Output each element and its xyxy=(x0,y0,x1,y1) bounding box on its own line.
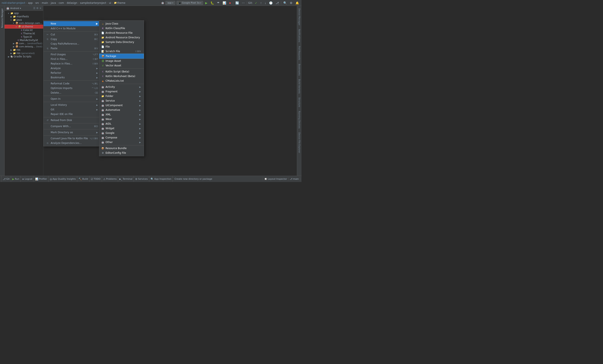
bc-com[interactable]: com xyxy=(59,1,64,4)
ctx-copy[interactable]: ⎘ Copy ⌘C xyxy=(44,37,101,41)
bc-samplestarterproject[interactable]: samplestarterproject xyxy=(80,1,106,4)
status-build[interactable]: 🔨 Build xyxy=(77,176,90,182)
sub-scratch-file[interactable]: 📝 Scratch File ⇧⌘N xyxy=(99,49,144,54)
ctx-replace-in-files[interactable]: Replace in Files... ⇧⌘R xyxy=(44,61,101,66)
git-check[interactable]: ✓ xyxy=(254,1,258,5)
status-services[interactable]: ⚙ Services xyxy=(134,176,149,182)
panel-dropdown-icon[interactable]: ▾ xyxy=(20,7,21,10)
status-run[interactable]: ▶ Run xyxy=(11,176,21,182)
tree-item-com-pkg[interactable]: ▾ 📦 com.delasign.samplestarterproject xyxy=(5,22,43,25)
status-git[interactable]: ⎇ Git xyxy=(1,176,11,182)
status-app-inspection[interactable]: 🔍 App Inspection xyxy=(149,176,173,182)
ctx-analyze[interactable]: Analyze ▶ xyxy=(44,66,101,70)
sidebar-item-pull-requests[interactable]: Pull Requests xyxy=(298,44,301,62)
run-button[interactable]: ▶ xyxy=(204,1,208,5)
sidebar-item-bookmarks[interactable]: Bookmarks xyxy=(298,62,301,77)
bc-delasign[interactable]: delasign xyxy=(67,1,78,4)
profile-button[interactable]: 📊 xyxy=(222,1,227,5)
sub-image-asset[interactable]: 🖼 Image Asset xyxy=(99,59,144,63)
tree-item-type-kt[interactable]: K Type.kt xyxy=(5,35,43,38)
tree-item-manifests[interactable]: ▶ 📁 manifests xyxy=(5,15,43,18)
sub-sample-data-dir[interactable]: 📁 Sample Data Directory xyxy=(99,40,144,44)
status-layout-inspector[interactable]: 🔲 Layout Inspector xyxy=(263,178,289,180)
ctx-refactor[interactable]: Refactor ▶ xyxy=(44,70,101,75)
ctx-reload[interactable]: ↺ Reload from Disk xyxy=(44,118,101,123)
sidebar-item-resource-manager[interactable]: Resource Manager xyxy=(0,7,4,30)
sub-package[interactable]: 📦 Package xyxy=(99,54,144,59)
ctx-paste[interactable]: ⎗ Paste ⌘V xyxy=(44,46,101,51)
ctx-analyze-deps[interactable]: ⊙ Analyze Dependencies... xyxy=(44,141,101,145)
sub-automotive[interactable]: 🤖 Automotive ▶ xyxy=(99,108,144,112)
sub-google[interactable]: 🤖 Google ▶ xyxy=(99,131,144,135)
sub-activity[interactable]: 🤖 Activity ▶ xyxy=(99,85,144,89)
sub-cmake[interactable]: ▲ CMakeLists.txt xyxy=(99,79,144,83)
tree-item-res[interactable]: ▶ 📁 res xyxy=(5,48,43,51)
tree-item-ui-theme[interactable]: ▾ 📦 ui.theme xyxy=(5,25,43,28)
tree-item-android-test[interactable]: ▶ 📦 com.delasign.samplestarterproject (a… xyxy=(5,42,43,45)
sub-kotlin-script[interactable]: K Kotlin Script (Beta) xyxy=(99,69,144,74)
status-problems[interactable]: ⚠ Problems xyxy=(102,176,118,182)
ctx-bookmarks[interactable]: Bookmarks ▶ xyxy=(44,75,101,80)
ctx-local-history[interactable]: Local History ▶ xyxy=(44,103,101,107)
sidebar-item-notifications[interactable]: Notifications xyxy=(298,27,301,44)
device-dropdown[interactable]: 📱 Google Pixel 3a ▾ xyxy=(176,1,203,5)
sub-service[interactable]: 🤖 Service ▶ xyxy=(99,98,144,103)
ctx-find-in-files[interactable]: Find in Files... ⇧⌘F xyxy=(44,57,101,61)
ctx-find-usages[interactable]: Find Usages ⌥F7 xyxy=(44,52,101,57)
sub-editorconfig[interactable]: ⚙ EditorConfig File xyxy=(99,151,144,155)
debug-button[interactable]: 🐛 xyxy=(209,1,215,5)
ctx-copy-path[interactable]: Copy Path/Reference... xyxy=(44,41,101,46)
sub-folder[interactable]: 📁 Folder ▶ xyxy=(99,94,144,98)
sidebar-item-device-manager[interactable]: Device Manager xyxy=(298,7,301,27)
status-app-quality[interactable]: ◎ App Quality Insights xyxy=(48,176,77,182)
stop-button[interactable]: ■ xyxy=(228,1,232,5)
ctx-compare-with[interactable]: Compare With... ⌘D xyxy=(44,124,101,129)
bc-main[interactable]: main xyxy=(42,1,48,4)
sub-java-class[interactable]: ☕ Java Class xyxy=(99,21,144,26)
tree-item-theme-kt[interactable]: K Theme.kt xyxy=(5,32,43,35)
tree-item-test[interactable]: ▶ 📦 com.delasign.samplestarterproject (t… xyxy=(5,45,43,48)
status-main-branch[interactable]: ⎇ main xyxy=(289,178,300,180)
run-config-dropdown[interactable]: app ▾ xyxy=(165,1,175,5)
tree-item-java[interactable]: ▾ 📁 java xyxy=(5,18,43,22)
sub-compose[interactable]: 🤖 Compose ▶ xyxy=(99,135,144,140)
git-history[interactable]: 🕐 xyxy=(268,1,273,5)
bc-project[interactable]: roid-starter-project xyxy=(2,1,25,4)
bc-src[interactable]: src xyxy=(35,1,39,4)
sub-uicomponent[interactable]: 🤖 UiComponent ▶ xyxy=(99,103,144,108)
sub-android-resource-file[interactable]: 📄 Android Resource File xyxy=(99,31,144,35)
tree-item-res-generated[interactable]: ▶ 📁 res (generated) xyxy=(5,51,43,55)
tree-item-color-kt[interactable]: K Color.kt xyxy=(5,28,43,32)
sub-other[interactable]: 🤖 Other ▶ xyxy=(99,140,144,144)
sub-kotlin-class[interactable]: K Kotlin Class/File xyxy=(99,26,144,31)
notifications-button[interactable]: 🔔 xyxy=(295,1,300,5)
status-todo[interactable]: ☑ TODO xyxy=(90,176,102,182)
coverage-button[interactable]: ☂ xyxy=(216,1,220,5)
ctx-git[interactable]: Git ▶ xyxy=(44,107,101,112)
ctx-convert-java[interactable]: Convert Java File to Kotlin File ⌥⇧⌘K xyxy=(44,136,101,141)
git-branch[interactable]: ⎇ xyxy=(275,1,280,5)
tree-item-mainactivity[interactable]: K MainActivity.kt xyxy=(5,38,43,42)
sidebar-item-running-devices[interactable]: Running Devices xyxy=(298,109,301,130)
git-down[interactable]: ↓ xyxy=(264,1,267,5)
sub-kotlin-worksheet[interactable]: K Kotlin Worksheet (Beta) xyxy=(99,74,144,79)
ctx-mark-directory[interactable]: Mark Directory as ▶ xyxy=(44,130,101,135)
ctx-cut[interactable]: ✂ Cut ⌘X xyxy=(44,32,101,37)
sub-file[interactable]: 📄 File xyxy=(99,44,144,49)
search-button[interactable]: 🔍 xyxy=(282,1,288,5)
ctx-reformat[interactable]: Reformat Code ⌥⌘L xyxy=(44,81,101,86)
sub-fragment[interactable]: 🤖 Fragment ▶ xyxy=(99,89,144,94)
sub-vector-asset[interactable]: V Vector Asset xyxy=(99,63,144,68)
tree-item-gradle-scripts[interactable]: ▶ 🐘 Gradle Scripts xyxy=(5,55,43,58)
status-terminal[interactable]: ▶_ Terminal xyxy=(118,176,134,182)
sub-xml[interactable]: 🤖 XML ▶ xyxy=(99,112,144,117)
bc-ui[interactable]: ui xyxy=(109,1,111,4)
sub-android-resource-dir[interactable]: 📁 Android Resource Directory xyxy=(99,35,144,40)
sub-wear[interactable]: 🤖 Wear ▶ xyxy=(99,117,144,121)
panel-icon-settings[interactable]: ☰ xyxy=(33,7,35,10)
sub-resource-bundle[interactable]: 📦 Resource Bundle xyxy=(99,146,144,151)
status-profiler[interactable]: 📊 Profiler xyxy=(34,176,48,182)
ctx-repair-ide[interactable]: Repair IDE on File xyxy=(44,112,101,117)
panel-icon-gear[interactable]: ⚙ xyxy=(36,7,38,10)
sync-button[interactable]: 🔄 xyxy=(234,1,240,5)
